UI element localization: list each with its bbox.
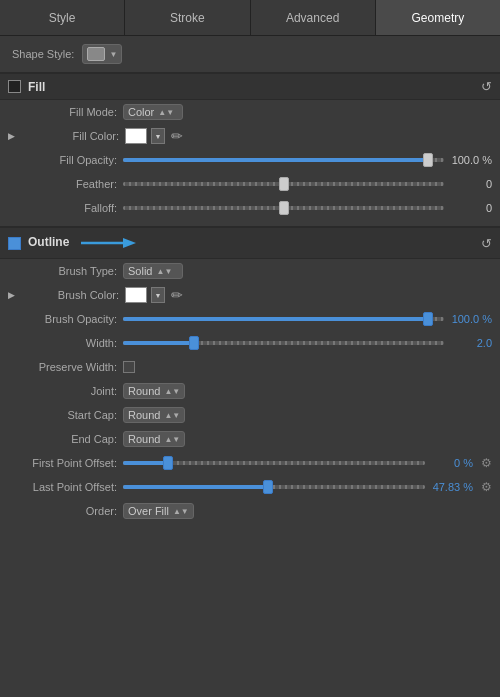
end-cap-row: End Cap: Round ▲▼ <box>0 427 500 451</box>
start-cap-row: Start Cap: Round ▲▼ <box>0 403 500 427</box>
brush-opacity-slider[interactable]: 100.0 % <box>123 313 492 325</box>
width-thumb[interactable] <box>189 336 199 350</box>
falloff-slider[interactable]: 0 <box>123 202 492 214</box>
width-slider[interactable]: 2.0 <box>123 337 492 349</box>
width-track[interactable] <box>123 341 444 345</box>
width-value: 2.0 <box>450 337 492 349</box>
order-value: Over Fill <box>128 505 169 517</box>
first-point-offset-label: First Point Offset: <box>8 457 123 469</box>
falloff-value: 0 <box>450 202 492 214</box>
fill-reset-button[interactable]: ↺ <box>481 79 492 94</box>
joint-label: Joint: <box>8 385 123 397</box>
shape-style-row: Shape Style: ▼ <box>0 36 500 72</box>
end-cap-arrow: ▲▼ <box>164 435 180 444</box>
first-point-gear-icon[interactable]: ⚙ <box>481 456 492 470</box>
fill-mode-dropdown[interactable]: Color ▲▼ <box>123 104 183 120</box>
fill-color-control: ▼ ✏ <box>125 128 183 144</box>
order-dropdown[interactable]: Over Fill ▲▼ <box>123 503 194 519</box>
falloff-label: Falloff: <box>8 202 123 214</box>
last-point-thumb[interactable] <box>263 480 273 494</box>
fill-color-row: ▶ Fill Color: ▼ ✏ <box>0 124 500 148</box>
outline-checkbox[interactable] <box>8 237 21 250</box>
fill-opacity-track[interactable] <box>123 158 444 162</box>
width-fill <box>123 341 194 345</box>
tab-geometry[interactable]: Geometry <box>376 0 500 35</box>
fill-opacity-slider[interactable]: 100.0 % <box>123 154 492 166</box>
joint-value: Round <box>128 385 160 397</box>
outline-section-title: Outline <box>28 233 474 253</box>
last-point-gear-icon[interactable]: ⚙ <box>481 480 492 494</box>
fill-color-dropdown-btn[interactable]: ▼ <box>151 128 165 144</box>
falloff-thumb[interactable] <box>279 201 289 215</box>
start-cap-arrow: ▲▼ <box>164 411 180 420</box>
fill-mode-row: Fill Mode: Color ▲▼ <box>0 100 500 124</box>
outline-arrow-annotation <box>81 233 136 253</box>
fill-section-title: Fill <box>28 80 474 94</box>
fill-color-expand[interactable]: ▶ <box>8 131 15 141</box>
tab-style[interactable]: Style <box>0 0 125 35</box>
falloff-track[interactable] <box>123 206 444 210</box>
last-point-value: 47.83 % <box>431 481 473 493</box>
brush-opacity-thumb[interactable] <box>423 312 433 326</box>
shape-style-label: Shape Style: <box>12 48 74 60</box>
last-point-offset-row: Last Point Offset: 47.83 % ⚙ <box>0 475 500 499</box>
fill-opacity-value: 100.0 % <box>450 154 492 166</box>
shape-style-control[interactable]: ▼ <box>82 44 122 64</box>
brush-color-swatch[interactable] <box>125 287 147 303</box>
feather-label: Feather: <box>8 178 123 190</box>
fill-opacity-label: Fill Opacity: <box>8 154 123 166</box>
brush-type-label: Brush Type: <box>8 265 123 277</box>
fill-section-header: Fill ↺ <box>0 73 500 100</box>
fill-checkbox[interactable] <box>8 80 21 93</box>
feather-row: Feather: 0 <box>0 172 500 196</box>
order-row: Order: Over Fill ▲▼ <box>0 499 500 523</box>
fill-mode-value: Color <box>128 106 154 118</box>
first-point-offset-slider[interactable]: 0 % ⚙ <box>123 456 492 470</box>
brush-opacity-fill <box>123 317 428 321</box>
brush-type-row: Brush Type: Solid ▲▼ <box>0 259 500 283</box>
end-cap-dropdown[interactable]: Round ▲▼ <box>123 431 185 447</box>
width-label: Width: <box>8 337 123 349</box>
brush-opacity-label: Brush Opacity: <box>8 313 123 325</box>
brush-type-arrow: ▲▼ <box>156 267 172 276</box>
brush-color-expand[interactable]: ▶ <box>8 290 15 300</box>
tab-stroke[interactable]: Stroke <box>125 0 250 35</box>
end-cap-label: End Cap: <box>8 433 123 445</box>
outline-reset-button[interactable]: ↺ <box>481 236 492 251</box>
shape-style-dropdown-arrow: ▼ <box>109 50 117 59</box>
joint-row: Joint: Round ▲▼ <box>0 379 500 403</box>
first-point-value: 0 % <box>431 457 473 469</box>
brush-type-dropdown[interactable]: Solid ▲▼ <box>123 263 183 279</box>
brush-color-dropdown-btn[interactable]: ▼ <box>151 287 165 303</box>
first-point-offset-row: First Point Offset: 0 % ⚙ <box>0 451 500 475</box>
first-point-offset-track[interactable] <box>123 461 425 465</box>
last-point-offset-slider[interactable]: 47.83 % ⚙ <box>123 480 492 494</box>
fill-section: Fill ↺ Fill Mode: Color ▲▼ ▶ Fill Color:… <box>0 72 500 220</box>
first-point-thumb[interactable] <box>163 456 173 470</box>
brush-opacity-track[interactable] <box>123 317 444 321</box>
brush-eyedropper[interactable]: ✏ <box>171 287 183 303</box>
preserve-width-label: Preserve Width: <box>8 361 123 373</box>
end-cap-value: Round <box>128 433 160 445</box>
fill-mode-label: Fill Mode: <box>8 106 123 118</box>
fill-opacity-thumb[interactable] <box>423 153 433 167</box>
fill-color-swatch[interactable] <box>125 128 147 144</box>
feather-track[interactable] <box>123 182 444 186</box>
tab-advanced[interactable]: Advanced <box>251 0 376 35</box>
fill-eyedropper[interactable]: ✏ <box>171 128 183 144</box>
preserve-width-checkbox[interactable] <box>123 361 135 373</box>
feather-thumb[interactable] <box>279 177 289 191</box>
last-point-offset-track[interactable] <box>123 485 425 489</box>
fill-color-label: Fill Color: <box>17 130 125 142</box>
feather-slider[interactable]: 0 <box>123 178 492 190</box>
start-cap-dropdown[interactable]: Round ▲▼ <box>123 407 185 423</box>
tab-bar: Style Stroke Advanced Geometry <box>0 0 500 36</box>
shape-style-icon <box>87 47 105 61</box>
brush-color-control: ▼ ✏ <box>125 287 183 303</box>
last-point-fill <box>123 485 268 489</box>
brush-type-value: Solid <box>128 265 152 277</box>
preserve-width-row: Preserve Width: <box>0 355 500 379</box>
start-cap-value: Round <box>128 409 160 421</box>
joint-arrow: ▲▼ <box>164 387 180 396</box>
joint-dropdown[interactable]: Round ▲▼ <box>123 383 185 399</box>
